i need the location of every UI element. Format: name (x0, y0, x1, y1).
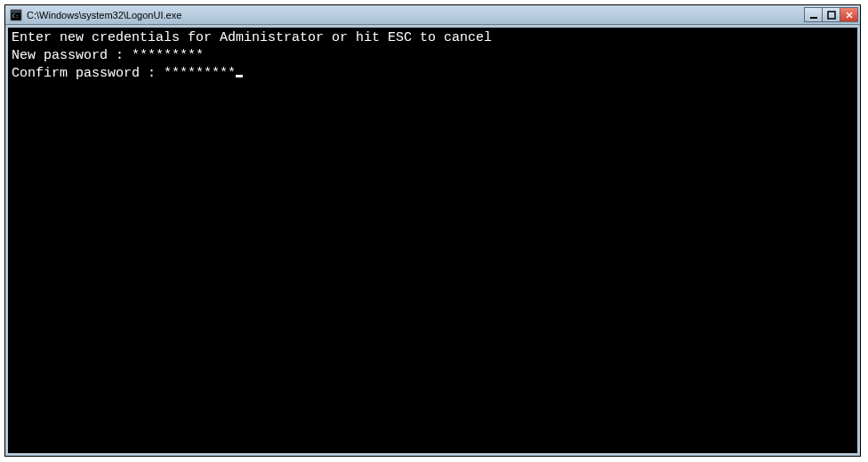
window-title: C:\Windows\system32\LogonUI.exe (27, 10, 805, 20)
close-button[interactable] (840, 7, 858, 22)
console-confirm-password-line: Confirm password : ********* (12, 65, 854, 83)
svg-rect-3 (810, 17, 817, 19)
new-password-label: New password : (12, 48, 132, 63)
console-output[interactable]: Enter new credentials for Administrator … (8, 28, 857, 453)
window-controls (805, 7, 858, 22)
svg-rect-4 (828, 12, 835, 19)
confirm-password-label: Confirm password : (12, 66, 164, 81)
maximize-button[interactable] (822, 7, 840, 22)
minimize-button[interactable] (804, 7, 823, 22)
app-icon: C: (9, 8, 23, 22)
console-new-password-line: New password : ********* (12, 47, 854, 65)
text-cursor (236, 75, 243, 77)
console-window: C: C:\Windows\system32\LogonUI.exe Enter… (4, 4, 861, 457)
new-password-value: ********* (132, 48, 204, 63)
titlebar[interactable]: C: C:\Windows\system32\LogonUI.exe (5, 5, 860, 25)
confirm-password-value: ********* (164, 66, 236, 81)
svg-text:C:: C: (12, 12, 19, 18)
console-prompt-line: Enter new credentials for Administrator … (12, 29, 854, 47)
